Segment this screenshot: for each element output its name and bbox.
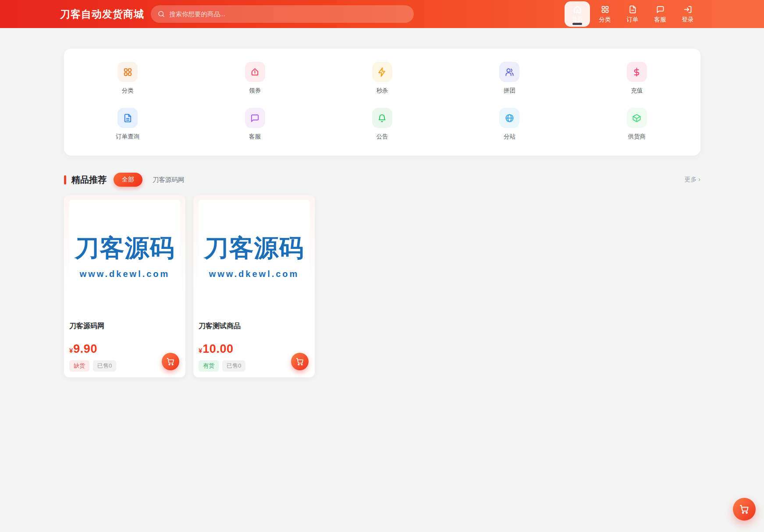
price-amount: 10.00 [203,342,233,356]
grid-icon [123,67,133,77]
quick-link-tile [627,108,647,128]
search-input[interactable] [169,11,407,18]
quick-link-label: 秒杀 [376,87,388,95]
section-title: 精品推荐 [71,174,107,186]
stock-badge: 缺货 [69,360,89,372]
box-icon [632,113,642,123]
nav-item[interactable]: 登录 [675,1,700,27]
sold-badge: 已售0 [93,360,116,372]
add-to-cart-button[interactable] [291,353,309,370]
chat-icon [656,5,665,14]
quick-link-label: 分类 [122,87,134,95]
grid-icon [601,5,610,14]
price-amount: 9.90 [73,342,97,356]
quick-link-tile [245,62,265,82]
nav-item-label: 登录 [682,16,694,24]
accent-bar [64,175,66,184]
product-grid: 刀客源码 www.dkewl.com 刀客源码网 ¥ 9.90 缺货 已售0 [64,195,700,377]
product-card[interactable]: 刀客源码 www.dkewl.com 刀客测试商品 ¥ 10.00 有货 已售0 [193,195,315,377]
category-tab[interactable]: 刀客源码网 [152,173,185,187]
bell-icon [377,113,387,123]
nav-item[interactable]: 首页 [565,1,590,27]
file-text-icon [123,113,133,123]
quick-link[interactable]: 订单查询 [116,108,139,141]
home-icon [573,5,582,14]
quick-link-tile [117,108,138,128]
quick-link-label: 客服 [249,133,261,141]
stock-badge: 有货 [199,360,219,372]
section-header: 精品推荐 全部 刀客源码网 更多 › [64,172,700,188]
header-nav: 首页 分类 订单 客服 登录 [565,1,700,27]
quick-link-label: 供货商 [628,133,646,141]
product-image-logo-text: 刀客源码 [75,232,175,265]
sold-badge: 已售0 [222,360,245,372]
quick-link[interactable]: 供货商 [627,108,647,141]
product-price: ¥ 9.90 [69,342,180,356]
quick-link[interactable]: 秒杀 [372,62,392,95]
quick-link-tile [117,62,138,82]
quick-link-tile [499,62,519,82]
quick-link[interactable]: 分站 [499,108,519,141]
search-icon [157,10,165,18]
product-image-url-text: www.dkewl.com [209,269,299,279]
product-image-url-text: www.dkewl.com [80,269,170,279]
quick-link-label: 领券 [249,87,261,95]
coupon-icon [250,67,260,77]
nav-item[interactable]: 分类 [592,1,618,27]
top-header: 刀客自动发货商城 首页 分类 订单 客服 [0,0,764,28]
login-icon [683,5,693,14]
users-icon [505,67,515,77]
quick-link-label: 公告 [376,133,388,141]
nav-item-label: 分类 [599,16,611,24]
floating-cart-button[interactable] [733,498,756,521]
quick-link[interactable]: 分类 [117,62,138,95]
quick-link[interactable]: 拼团 [499,62,519,95]
main-content: 分类 领券 秒杀 拼团 [64,49,700,377]
globe-icon [505,113,515,123]
quick-link[interactable]: 公告 [372,108,392,141]
quick-link[interactable]: 领券 [245,62,265,95]
category-tab[interactable]: 全部 [114,173,142,187]
more-link[interactable]: 更多 › [684,176,700,184]
search-bar[interactable] [151,5,414,23]
nav-item-label: 客服 [654,16,666,24]
category-tabs: 全部 刀客源码网 [114,173,185,187]
quick-link-tile [627,62,647,82]
quick-link-label: 拼团 [504,87,515,95]
product-title: 刀客测试商品 [199,322,309,331]
product-title: 刀客源码网 [69,322,180,331]
currency-symbol: ¥ [69,347,73,354]
quick-link-tile [499,108,519,128]
quick-links-panel: 分类 领券 秒杀 拼团 [64,49,700,156]
product-image: 刀客源码 www.dkewl.com [69,200,180,311]
nav-item-label: 订单 [627,16,639,24]
quick-link-label: 订单查询 [116,133,139,141]
quick-link[interactable]: 充值 [627,62,647,95]
quick-link-tile [372,108,392,128]
quick-link-label: 分站 [504,133,515,141]
product-price: ¥ 10.00 [199,342,309,356]
zap-icon [377,67,387,77]
chat-icon [250,113,260,123]
currency-symbol: ¥ [199,347,202,354]
dollar-icon [632,67,642,77]
quick-link-label: 充值 [631,87,643,95]
product-card[interactable]: 刀客源码 www.dkewl.com 刀客源码网 ¥ 9.90 缺货 已售0 [64,195,185,377]
file-icon [628,5,637,14]
cart-icon [295,357,304,366]
nav-item[interactable]: 客服 [647,1,673,27]
cart-icon [166,357,175,366]
quick-link-tile [372,62,392,82]
quick-link[interactable]: 客服 [245,108,265,141]
product-image-logo-text: 刀客源码 [204,232,304,265]
add-to-cart-button[interactable] [162,353,179,370]
quick-link-tile [245,108,265,128]
product-image: 刀客源码 www.dkewl.com [199,200,309,311]
site-logo: 刀客自动发货商城 [60,7,144,21]
nav-item[interactable]: 订单 [620,1,645,27]
cart-icon [739,504,750,514]
nav-item-label: 首页 [572,16,583,24]
